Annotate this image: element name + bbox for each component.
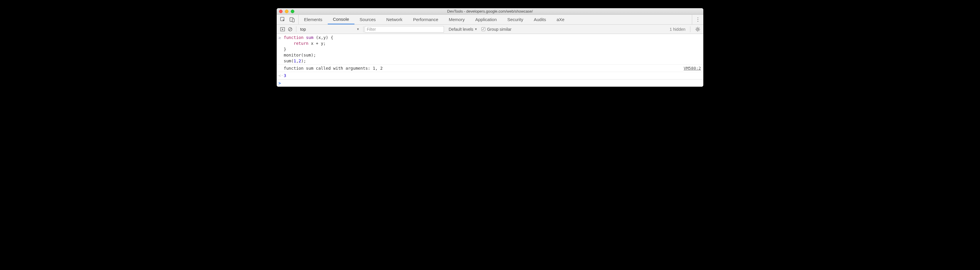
svg-point-6 — [697, 28, 698, 30]
svg-line-13 — [696, 30, 697, 31]
maximize-icon[interactable] — [291, 9, 294, 13]
minimize-icon[interactable] — [285, 9, 288, 13]
tab-performance[interactable]: Performance — [408, 15, 444, 24]
context-value: top — [300, 27, 306, 32]
titlebar: DevTools - developers.google.com/web/sho… — [277, 8, 703, 15]
panel-tabbar: Elements Console Sources Network Perform… — [277, 15, 703, 25]
tab-memory[interactable]: Memory — [444, 15, 470, 24]
tab-audits[interactable]: Audits — [528, 15, 551, 24]
close-icon[interactable] — [279, 9, 283, 13]
svg-line-11 — [696, 27, 697, 28]
tabbar-overflow — [692, 15, 703, 24]
svg-line-12 — [699, 30, 700, 31]
gear-icon[interactable] — [695, 27, 700, 32]
console-result-value: 3 — [284, 73, 286, 79]
tab-sources[interactable]: Sources — [355, 15, 381, 24]
svg-line-5 — [289, 28, 291, 30]
tab-console[interactable]: Console — [328, 15, 355, 24]
chevron-down-icon: ▼ — [474, 27, 477, 31]
device-toggle-icon[interactable] — [290, 17, 295, 22]
filter-placeholder: Filter — [367, 27, 376, 32]
panel-tabs: Elements Console Sources Network Perform… — [299, 15, 570, 24]
console-input-code[interactable]: function sum (x,y) { return x + y; } mon… — [284, 35, 333, 64]
svg-line-14 — [699, 27, 700, 28]
log-levels-label: Default levels — [449, 27, 473, 32]
context-selector[interactable]: top ▼ — [298, 26, 362, 33]
chevron-down-icon: ▼ — [356, 27, 360, 31]
window-title: DevTools - developers.google.com/web/sho… — [277, 9, 703, 13]
svg-rect-2 — [292, 19, 294, 22]
window-controls — [279, 9, 294, 13]
input-prompt-icon: ≥ — [278, 35, 281, 40]
more-icon[interactable] — [695, 17, 700, 22]
console-body: ≥ function sum (x,y) { return x + y; } m… — [277, 34, 703, 87]
devtools-window: DevTools - developers.google.com/web/sho… — [277, 8, 703, 87]
prompt-chevron-icon: > — [278, 80, 284, 86]
console-log-message: function sum called with arguments: 1, 2 — [284, 65, 383, 71]
console-prompt-input[interactable] — [284, 80, 286, 86]
console-prompt-row[interactable]: > — [277, 79, 703, 87]
tab-network[interactable]: Network — [381, 15, 408, 24]
group-similar-label: Group similar — [487, 27, 511, 32]
group-similar-checkbox[interactable]: ✓ — [482, 27, 485, 31]
clear-console-icon[interactable] — [288, 27, 293, 32]
inspect-icon[interactable] — [280, 17, 285, 22]
output-prompt-icon: <· — [278, 73, 283, 78]
tabbar-tools — [277, 15, 299, 24]
console-input-row: ≥ function sum (x,y) { return x + y; } m… — [277, 34, 703, 65]
console-result-row: <· 3 — [277, 72, 703, 79]
tab-axe[interactable]: aXe — [551, 15, 570, 24]
filter-input[interactable]: Filter — [365, 26, 444, 33]
log-levels-selector[interactable]: Default levels ▼ — [447, 27, 479, 32]
sidebar-toggle-icon[interactable] — [280, 27, 285, 32]
tab-security[interactable]: Security — [502, 15, 528, 24]
tab-application[interactable]: Application — [470, 15, 502, 24]
console-log-source-link[interactable]: VM580:2 — [678, 65, 701, 71]
console-log-row: function sum called with arguments: 1, 2… — [277, 65, 703, 72]
tab-elements[interactable]: Elements — [299, 15, 328, 24]
console-toolbar: top ▼ Filter Default levels ▼ ✓ Group si… — [277, 25, 703, 34]
hidden-count[interactable]: 1 hidden — [670, 27, 686, 32]
